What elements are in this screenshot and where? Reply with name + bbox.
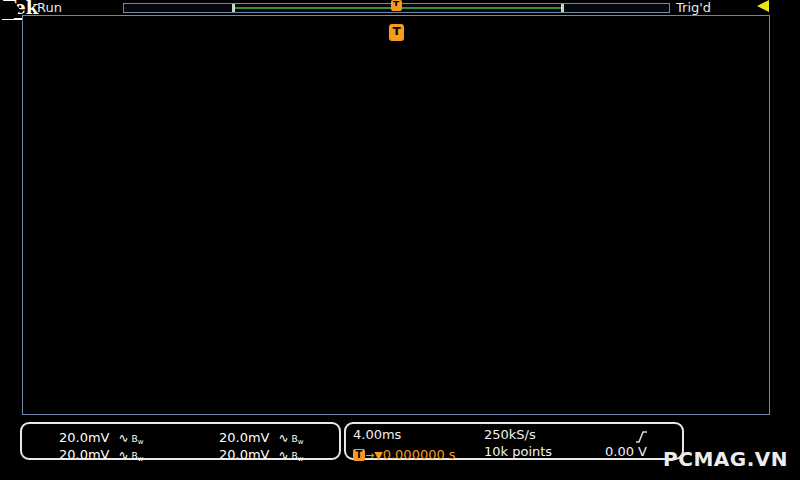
waveform-canvas [23,16,769,414]
ch3-ac-coupling-icon: ∿ [119,448,129,462]
ch4-bandwidth-limit-sub: w [298,455,304,463]
time-scale-readout: 4.00ms [353,427,401,442]
trigger-delay-value: 0.000000 s [383,447,456,462]
ch3-badge[interactable]: 3 [29,448,51,461]
trigger-source-badge[interactable]: 1 [601,431,623,444]
trigger-position-flag[interactable]: T [389,24,404,60]
ch4-ac-coupling-icon: ∿ [279,448,289,462]
trigger-level-arrow-icon[interactable] [757,0,769,12]
ch2-badge[interactable]: 2 [189,431,211,444]
trigger-source-readout[interactable]: 1 [601,427,648,442]
trigger-level-readout: 0.00 V [605,444,647,459]
ch4-marker-number: 4 [3,3,12,18]
ch1-ac-coupling-icon: ∿ [119,431,129,445]
record-length-readout: 10k points [484,444,552,459]
ch2-ac-coupling-icon: ∿ [279,431,289,445]
ch4-position-marker[interactable]: 4 [0,0,22,20]
ch4-scale: 20.0mV [219,447,270,462]
ch3-readout[interactable]: 320.0mV∿Bw [29,444,144,459]
ch1-badge[interactable]: 1 [29,431,51,444]
oscilloscope-screen: Tek Run Trig'd T T 1 2 3 4 120.0mV∿Bw [0,0,800,480]
trigger-status: Trig'd [676,0,711,15]
acquisition-status: Run [37,0,62,15]
display-window-bracket-right [561,4,564,12]
horizontal-trigger-readouts-box: 4.00ms 250kS/s 1 T→▼0.000000 s 10k point… [344,422,684,460]
ch1-readout[interactable]: 120.0mV∿Bw [29,427,144,442]
ch4-readout[interactable]: 420.0mV∿Bw [189,444,304,459]
ch2-scale: 20.0mV [219,430,270,445]
ch2-readout[interactable]: 220.0mV∿Bw [189,427,304,442]
right-arrow-icon: → [365,449,374,462]
graticule-frame [22,15,770,415]
ch3-bandwidth-limit-sub: w [138,455,144,463]
sample-rate-readout: 250kS/s [484,427,536,442]
down-arrow-icon [392,35,402,60]
channel-readouts-box: 120.0mV∿Bw 220.0mV∿Bw 320.0mV∿Bw 420.0mV… [20,422,341,460]
pcmag-watermark: PCMAG.VN [663,447,788,471]
trigger-delay-readout: T→▼0.000000 s [353,444,456,459]
ch4-badge[interactable]: 4 [189,448,211,461]
ch3-scale: 20.0mV [59,447,110,462]
trigger-t-icon: T [353,449,365,461]
record-trigger-position-marker[interactable]: T [389,0,403,19]
rising-edge-slope-icon [635,430,648,444]
down-arrow-icon: ▼ [374,449,382,462]
ch1-scale: 20.0mV [59,430,110,445]
display-window-bracket-left [232,4,235,12]
